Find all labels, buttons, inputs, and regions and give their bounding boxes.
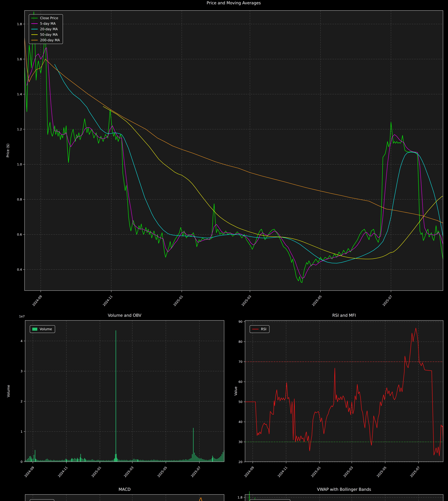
volume-offset-label: 1e7 — [19, 315, 25, 318]
rsi-chart: 20304050607080902024-092024-112025-01202… — [239, 320, 443, 478]
svg-text:3: 3 — [20, 369, 23, 373]
volume-chart-legend: Volume — [30, 325, 55, 333]
legend-line-icon — [31, 18, 38, 18]
rsi-chart-legend: RSI — [250, 325, 270, 333]
svg-text:2024-11: 2024-11 — [102, 295, 113, 307]
svg-text:60: 60 — [239, 380, 242, 384]
svg-text:1: 1 — [20, 430, 23, 433]
svg-text:2025-05: 2025-05 — [376, 466, 387, 478]
svg-text:0.8: 0.8 — [17, 198, 22, 201]
legend-item-50-day-ma: 50-day MA — [31, 33, 60, 37]
legend-item-volume: Volume — [32, 327, 52, 331]
price-chart-legend: Close Price5-day MA20-day MA50-day MA200… — [29, 14, 63, 44]
svg-text:90: 90 — [239, 320, 242, 323]
vwap-chart-title: VWAP with Bollinger Bands — [317, 487, 371, 492]
svg-text:1.4: 1.4 — [17, 92, 22, 96]
svg-text:2025-03: 2025-03 — [123, 466, 134, 478]
legend-label: RSI — [261, 327, 266, 331]
svg-text:1.0: 1.0 — [17, 162, 22, 166]
legend-item-20-day-ma: 20-day MA — [31, 27, 60, 31]
macd-chart-legend: MACDSignal — [30, 499, 54, 501]
svg-text:2025-05: 2025-05 — [311, 295, 322, 307]
svg-text:2025-01: 2025-01 — [173, 295, 184, 307]
legend-label: 200-day MA — [40, 38, 60, 42]
svg-text:2025-03: 2025-03 — [241, 295, 252, 307]
legend-item-200-day-ma: 200-day MA — [31, 38, 60, 42]
svg-text:70: 70 — [239, 360, 242, 363]
svg-text:2024-11: 2024-11 — [277, 466, 288, 478]
svg-text:4: 4 — [20, 339, 23, 343]
legend-line-icon — [31, 23, 38, 24]
legend-label: 5-day MA — [40, 22, 56, 26]
svg-text:40: 40 — [239, 420, 242, 424]
legend-item-rsi: RSI — [252, 327, 266, 331]
price-chart-title: Price and Moving Averages — [207, 0, 261, 5]
svg-text:1.8: 1.8 — [238, 496, 242, 499]
legend-item-5-day-ma: 5-day MA — [31, 22, 60, 26]
rsi-ylabel: Value — [234, 387, 238, 396]
svg-text:50: 50 — [239, 400, 242, 404]
svg-text:2025-07: 2025-07 — [382, 295, 393, 307]
svg-text:0.4: 0.4 — [17, 268, 22, 271]
svg-text:30: 30 — [239, 440, 242, 444]
svg-text:2025-05: 2025-05 — [157, 466, 168, 478]
svg-text:1.2: 1.2 — [17, 127, 22, 131]
volume-chart: 012342024-092024-112025-012025-032025-05… — [20, 320, 224, 478]
legend-label: Close Price — [40, 16, 58, 20]
svg-text:80: 80 — [239, 340, 242, 344]
svg-text:2024-09: 2024-09 — [24, 466, 35, 478]
figure: 0.40.60.81.01.21.41.61.82024-092024-1120… — [0, 0, 448, 501]
svg-text:2025-07: 2025-07 — [409, 466, 420, 478]
legend-line-icon — [31, 34, 38, 35]
legend-item-close-price: Close Price — [31, 16, 60, 20]
svg-text:2025-03: 2025-03 — [343, 466, 354, 478]
svg-text:2025-01: 2025-01 — [91, 466, 102, 478]
legend-patch-icon — [32, 328, 37, 331]
legend-label: Volume — [40, 327, 52, 331]
macd-chart-title: MACD — [119, 487, 131, 492]
svg-text:0.6: 0.6 — [17, 233, 22, 236]
legend-line-icon — [31, 29, 38, 29]
svg-text:1.8: 1.8 — [17, 22, 22, 26]
rsi-chart-title: RSI and MFI — [332, 313, 356, 318]
legend-line-icon — [31, 40, 38, 40]
vwap-chart-legend: Close PriceVWAPVWAP BB UpperVWAP BB Lowe… — [250, 499, 290, 501]
svg-text:2024-11: 2024-11 — [57, 466, 68, 478]
legend-line-icon — [252, 329, 258, 329]
legend-label: 50-day MA — [40, 33, 58, 37]
svg-text:2025-07: 2025-07 — [190, 466, 201, 478]
svg-text:2: 2 — [20, 400, 23, 403]
svg-text:1.6: 1.6 — [17, 57, 22, 61]
svg-text:0: 0 — [20, 460, 23, 464]
price-chart: 0.40.60.81.01.21.41.61.82024-092024-1120… — [17, 11, 443, 307]
charts-canvas: 0.40.60.81.01.21.41.61.82024-092024-1120… — [0, 0, 448, 501]
legend-label: 20-day MA — [40, 27, 58, 31]
price-ylabel: Price ($) — [6, 144, 10, 157]
volume-ylabel: Volume — [6, 385, 10, 397]
volume-chart-title: Volume and OBV — [108, 313, 142, 318]
svg-text:2025-01: 2025-01 — [310, 466, 321, 478]
svg-text:20: 20 — [239, 460, 242, 464]
svg-text:2024-09: 2024-09 — [32, 295, 43, 307]
svg-text:2024-09: 2024-09 — [243, 466, 255, 478]
